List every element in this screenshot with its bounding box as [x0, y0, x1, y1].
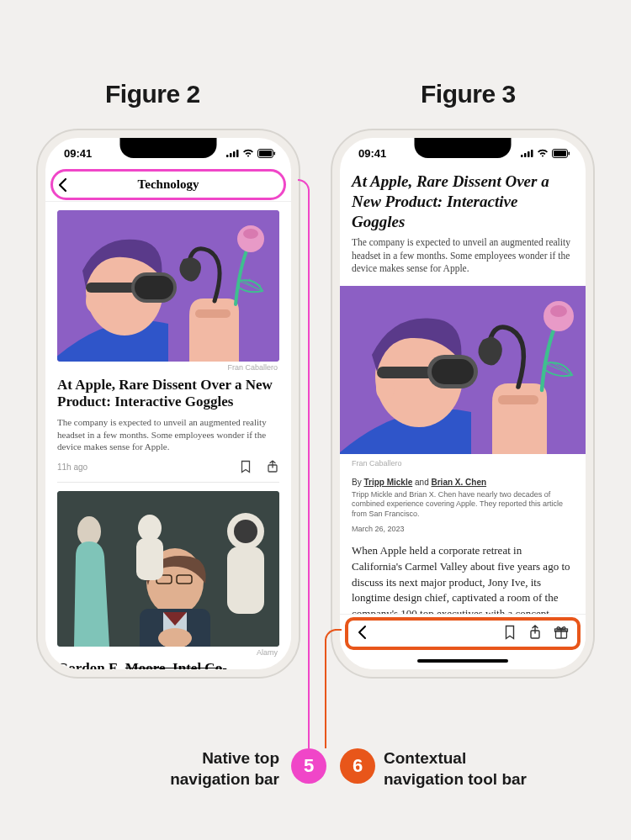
device-notch: [415, 138, 512, 158]
home-indicator[interactable]: [340, 652, 586, 669]
status-time: 09:41: [358, 147, 386, 160]
svg-rect-5: [259, 151, 272, 156]
svg-rect-6: [274, 151, 276, 155]
device-notch: [120, 138, 217, 158]
battery-icon: [552, 149, 570, 158]
image-credit: Alamy: [57, 647, 279, 660]
svg-rect-29: [136, 538, 163, 580]
svg-rect-33: [531, 150, 533, 157]
svg-rect-30: [521, 155, 523, 157]
native-top-navigation-bar: Technology: [45, 168, 291, 202]
timestamp: 11h ago: [57, 462, 87, 472]
annotation-connector-6: [325, 629, 337, 641]
svg-rect-13: [195, 309, 231, 318]
back-button[interactable]: [357, 624, 369, 644]
svg-point-9: [86, 289, 103, 313]
annotation-text: navigation bar: [170, 770, 279, 788]
byline-author-link[interactable]: Tripp Mickle: [363, 478, 412, 487]
annotation-text: Contextual: [384, 749, 466, 767]
annotation-connector-5: [308, 189, 310, 748]
bookmark-button[interactable]: [503, 625, 517, 643]
byline-and: and: [412, 478, 431, 487]
byline-by: By: [352, 478, 363, 487]
article-deck: The company is expected to unveil an aug…: [340, 236, 586, 283]
battery-icon: [257, 149, 276, 158]
svg-rect-3: [236, 150, 239, 157]
nav-title: Technology: [45, 177, 291, 192]
divider: [57, 482, 279, 483]
bookmark-button[interactable]: [239, 460, 252, 473]
annotation-connector-6: [325, 639, 326, 748]
svg-rect-31: [524, 153, 527, 157]
svg-rect-1: [230, 153, 232, 157]
article-illustration: [57, 210, 279, 362]
back-button[interactable]: [57, 177, 72, 193]
article-deck: The company is expected to unveil an aug…: [57, 416, 279, 454]
contextual-navigation-toolbar: [340, 614, 586, 669]
annotation-badge-5: 5: [291, 748, 326, 784]
annotation-badge-6: 6: [340, 748, 375, 784]
annotation-label-5: Native top navigation bar: [170, 748, 279, 790]
image-credit: Fran Caballero: [340, 454, 586, 478]
article-headline: At Apple, Rare Dissent Over a New Produc…: [340, 168, 586, 236]
svg-point-15: [243, 229, 258, 239]
annotation-text: Native top: [202, 749, 279, 767]
article-photo: [57, 491, 279, 647]
svg-rect-12: [135, 276, 173, 299]
byline-author-link[interactable]: Brian X. Chen: [432, 478, 487, 487]
headline-text: Gordon E.: [57, 660, 125, 669]
figure-3-label: Figure 3: [421, 80, 516, 108]
svg-rect-36: [569, 151, 570, 155]
publish-date: March 26, 2023: [352, 525, 574, 533]
wifi-icon: [242, 145, 254, 161]
svg-rect-42: [432, 359, 474, 384]
image-credit: Fran Caballero: [57, 362, 279, 377]
byline: By Tripp Mickle and Brian X. Chen: [352, 478, 574, 487]
status-time: 09:41: [64, 147, 92, 160]
author-bio: Tripp Mickle and Brian X. Chen have near…: [352, 490, 574, 520]
svg-point-28: [138, 515, 162, 542]
annotation-highlight-5: [50, 169, 286, 200]
svg-rect-32: [528, 151, 530, 157]
svg-rect-35: [554, 151, 566, 156]
svg-point-20: [234, 520, 257, 543]
figure-2-label: Figure 2: [105, 80, 200, 108]
share-button[interactable]: [266, 460, 279, 473]
svg-rect-2: [233, 151, 236, 157]
svg-rect-0: [226, 155, 229, 157]
svg-point-47: [550, 305, 567, 317]
svg-rect-21: [227, 547, 264, 614]
svg-point-39: [376, 376, 395, 401]
cellular-signal-icon: [521, 145, 533, 161]
share-button[interactable]: [528, 625, 542, 643]
phone-mockup-figure-2: 09:41 Technology: [38, 130, 299, 677]
annotation-connector-6: [335, 629, 342, 631]
phone-mockup-figure-3: 09:41 At Apple, Rare Dissent Over a New …: [332, 130, 593, 677]
article-body: When Apple held a corporate retreat in C…: [340, 543, 586, 622]
article-illustration: [340, 286, 586, 454]
svg-rect-43: [498, 395, 538, 404]
article-headline[interactable]: Gordon E. Moore, Intel Co-Founder: [57, 660, 279, 669]
headline-strike: Moore, Intel Co: [125, 660, 222, 669]
annotation-text: navigation tool bar: [384, 770, 527, 788]
cellular-signal-icon: [226, 145, 239, 161]
gift-button[interactable]: [554, 625, 569, 643]
annotation-label-6: Contextual navigation tool bar: [384, 748, 527, 790]
article-headline[interactable]: At Apple, Rare Dissent Over a New Produc…: [57, 377, 279, 411]
wifi-icon: [537, 145, 549, 161]
